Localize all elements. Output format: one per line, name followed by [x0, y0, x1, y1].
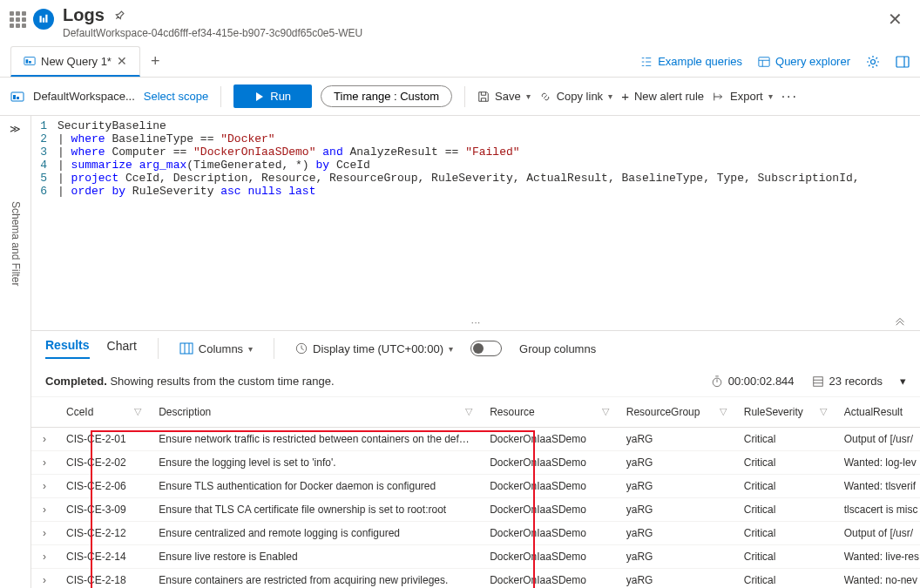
side-panel-collapsed[interactable]: ≫ Schema and Filter — [0, 116, 31, 588]
tab-results[interactable]: Results — [45, 338, 90, 359]
records-icon — [812, 375, 824, 388]
cell-ruleseverity: Critical — [735, 522, 835, 545]
col-actualresult[interactable]: ActualResult — [835, 397, 920, 428]
cell-cceid: CIS-CE-2-14 — [58, 545, 150, 569]
export-button[interactable]: Export ▾ — [713, 90, 773, 103]
expand-icon[interactable]: › — [31, 451, 58, 475]
cell-resourcegroup: yaRG — [618, 522, 735, 545]
cell-cceid: CIS-CE-3-09 — [58, 498, 150, 522]
time-range-button[interactable]: Time range : Custom — [321, 85, 452, 107]
expand-icon[interactable]: › — [31, 569, 58, 589]
svg-rect-4 — [26, 59, 29, 63]
cell-description: Ensure network traffic is restricted bet… — [150, 428, 481, 451]
cell-description: Ensure TLS authentication for Docker dae… — [150, 475, 481, 498]
filter-icon[interactable]: ▽ — [465, 406, 472, 417]
cell-actualresult: Wanted: tlsverif — [835, 475, 920, 498]
table-row[interactable]: ›CIS-CE-2-01Ensure network traffic is re… — [31, 428, 920, 451]
cell-ruleseverity: Critical — [735, 428, 835, 451]
close-icon[interactable]: ✕ — [881, 5, 910, 33]
display-time-button[interactable]: Display time (UTC+00:00) ▾ — [295, 342, 453, 355]
cell-actualresult: Wanted: no-nev — [835, 569, 920, 589]
svg-rect-5 — [29, 61, 31, 64]
table-row[interactable]: ›CIS-CE-2-18Ensure containers are restri… — [31, 569, 920, 589]
tab-chart[interactable]: Chart — [107, 339, 137, 358]
more-button[interactable]: ··· — [781, 89, 798, 105]
expand-icon[interactable]: › — [31, 428, 58, 451]
cell-cceid: CIS-CE-2-12 — [58, 522, 150, 545]
table-row[interactable]: ›CIS-CE-2-06Ensure TLS authentication fo… — [31, 475, 920, 498]
col-resource[interactable]: Resource▽ — [481, 397, 618, 428]
col-cceid[interactable]: CceId▽ — [58, 397, 150, 428]
plus-icon: + — [621, 89, 629, 104]
divider — [158, 338, 159, 359]
query-editor[interactable]: 1SecurityBaseline 2| where BaselineType … — [31, 116, 920, 201]
table-row[interactable]: ›CIS-CE-2-02Ensure the logging level is … — [31, 451, 920, 475]
cell-cceid: CIS-CE-2-02 — [58, 451, 150, 475]
expand-icon[interactable]: › — [31, 522, 58, 545]
col-ruleseverity[interactable]: RuleSeverity▽ — [735, 397, 835, 428]
new-alert-button[interactable]: + New alert rule — [621, 89, 704, 104]
page-header: Logs DefaultWorkspace-04cd6fff-ef34-415e… — [0, 0, 920, 43]
cell-ruleseverity: Critical — [735, 451, 835, 475]
clock-icon — [295, 342, 308, 355]
copy-link-button[interactable]: Copy link ▾ — [539, 90, 612, 103]
cell-description: Ensure that TLS CA certificate file owne… — [150, 498, 481, 522]
filter-icon[interactable]: ▽ — [602, 406, 609, 417]
collapse-up-icon[interactable] — [894, 314, 906, 327]
cell-resourcegroup: yaRG — [618, 428, 735, 451]
expand-icon[interactable]: › — [31, 545, 58, 569]
query-toolbar: DefaultWorkspace... Select scope Run Tim… — [0, 78, 920, 116]
expand-icon[interactable]: › — [31, 475, 58, 498]
results-toolbar: Results Chart Columns ▾ Display time (UT… — [31, 330, 920, 366]
query-explorer-button[interactable]: Query explorer — [758, 55, 850, 68]
filter-icon[interactable]: ▽ — [720, 406, 727, 417]
table-row[interactable]: ›CIS-CE-2-12Ensure centralized and remot… — [31, 522, 920, 545]
results-table: CceId▽ Description▽ Resource▽ ResourceGr… — [31, 397, 920, 588]
filter-icon[interactable]: ▽ — [820, 406, 827, 417]
table-row[interactable]: ›CIS-CE-3-09Ensure that TLS CA certifica… — [31, 498, 920, 522]
gear-icon[interactable] — [866, 55, 880, 69]
add-tab-button[interactable]: + — [140, 52, 171, 71]
copy-label: Copy link — [557, 90, 603, 103]
tab-new-query[interactable]: New Query 1* ✕ — [10, 46, 140, 77]
export-label: Export — [730, 90, 763, 103]
cell-resource: DockerOnIaaSDemo — [481, 545, 618, 569]
filter-icon[interactable]: ▽ — [134, 406, 141, 417]
chevron-down-icon[interactable]: ▾ — [900, 375, 906, 388]
panel-icon[interactable] — [896, 55, 910, 69]
group-columns-label: Group columns — [519, 342, 596, 355]
table-row[interactable]: ›CIS-CE-2-14Ensure live restore is Enabl… — [31, 545, 920, 569]
cell-description: Ensure the logging level is set to 'info… — [150, 451, 481, 475]
play-icon — [254, 91, 265, 102]
col-resourcegroup[interactable]: ResourceGroup▽ — [618, 397, 735, 428]
cell-actualresult: Wanted: log-lev — [835, 451, 920, 475]
svg-rect-2 — [45, 15, 47, 23]
record-count: 23 records — [829, 375, 883, 388]
cell-actualresult: Output of [/usr/ — [835, 522, 920, 545]
cell-description: Ensure centralized and remote logging is… — [150, 522, 481, 545]
svg-rect-12 — [180, 343, 193, 354]
cell-resource: DockerOnIaaSDemo — [481, 428, 618, 451]
select-scope-button[interactable]: Select scope — [144, 90, 208, 103]
group-columns-toggle[interactable] — [470, 341, 502, 356]
run-button[interactable]: Run — [233, 84, 312, 108]
example-queries-button[interactable]: Example queries — [640, 55, 742, 68]
stopwatch-icon — [711, 375, 723, 388]
columns-label: Columns — [199, 342, 243, 355]
expand-icon[interactable]: › — [31, 498, 58, 522]
tab-close-icon[interactable]: ✕ — [117, 54, 127, 68]
cell-description: Ensure live restore is Enabled — [150, 545, 481, 569]
pin-icon[interactable] — [111, 7, 128, 24]
cell-description: Ensure containers are restricted from ac… — [150, 569, 481, 589]
chevron-right-icon[interactable]: ≫ — [10, 123, 21, 135]
divider — [464, 86, 465, 107]
logs-icon — [33, 9, 54, 30]
pane-splitter[interactable]: ··· — [31, 313, 920, 330]
col-description[interactable]: Description▽ — [150, 397, 481, 428]
waffle-icon[interactable] — [7, 9, 28, 30]
example-queries-label: Example queries — [658, 55, 742, 68]
save-button[interactable]: Save ▾ — [477, 90, 531, 103]
columns-button[interactable]: Columns ▾ — [179, 342, 253, 355]
divider — [220, 86, 221, 107]
link-icon — [539, 91, 551, 103]
